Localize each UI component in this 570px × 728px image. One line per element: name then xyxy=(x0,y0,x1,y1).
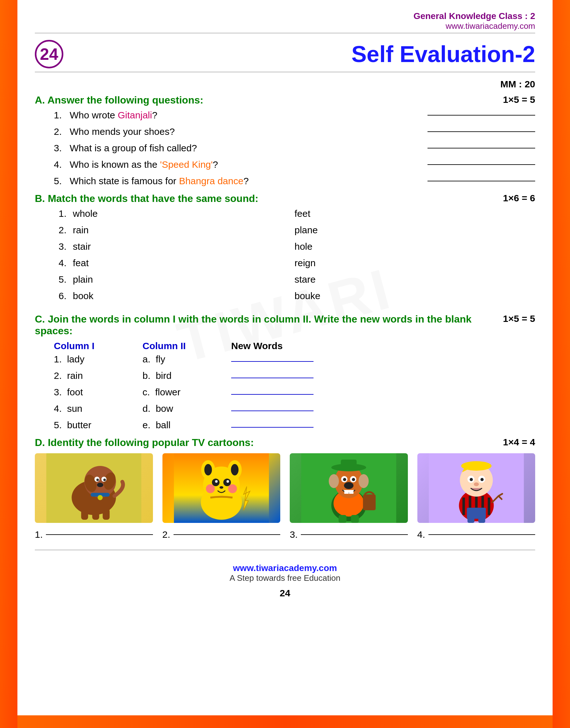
q5-num: 5. xyxy=(54,176,67,186)
svg-point-27 xyxy=(228,484,237,493)
answer-line-2 xyxy=(428,131,535,132)
divider xyxy=(35,72,535,72)
cartoon-labels: 1. 2. 3. 4. xyxy=(35,529,535,540)
left-border xyxy=(0,0,17,728)
svg-point-26 xyxy=(206,484,215,493)
footer-tagline: A Step towards free Education xyxy=(35,573,535,583)
cartoon-4 xyxy=(417,453,536,523)
cartoon-2 xyxy=(163,453,281,523)
svg-rect-12 xyxy=(81,507,88,520)
section-d-header: D. Identity the following popular TV car… xyxy=(35,437,535,449)
match-left-1: 1.whole xyxy=(54,208,294,219)
cartoon-3 xyxy=(290,453,408,523)
q1-text-after: ? xyxy=(152,110,158,120)
svg-point-24 xyxy=(215,480,218,483)
svg-point-63 xyxy=(474,482,479,486)
svg-rect-46 xyxy=(351,515,359,523)
match-container: 1.whole 2.rain 3.stair 4.feat 5.plain 6.… xyxy=(54,208,535,307)
new-word-line-5 xyxy=(231,427,313,428)
section-c-label: C. Join the words in column I with the w… xyxy=(35,313,503,337)
question-1: 1. Who wrote Gitanjali? xyxy=(54,110,535,121)
footer-website: www.tiwariacademy.com xyxy=(35,563,535,573)
svg-rect-47 xyxy=(363,495,375,510)
cartoons-container xyxy=(35,453,535,523)
svg-point-21 xyxy=(231,464,239,476)
cartoon-1 xyxy=(35,453,153,523)
col2-header: Column II xyxy=(142,340,231,351)
col-row-1: 1. lady a. fly xyxy=(54,354,535,365)
svg-rect-14 xyxy=(102,509,109,520)
svg-point-37 xyxy=(358,474,369,488)
q1-highlight: Gitanjali xyxy=(118,110,152,120)
match-right-4: reign xyxy=(294,258,535,268)
match-col-left: 1.whole 2.rain 3.stair 4.feat 5.plain 6.… xyxy=(54,208,294,307)
col1-header: Column I xyxy=(54,340,142,351)
section-a-questions: 1. Who wrote Gitanjali? 2. Who mends you… xyxy=(35,110,535,186)
section-a-marks: 1×5 = 5 xyxy=(503,94,535,105)
svg-point-25 xyxy=(226,480,229,483)
chapter-row: 24 Self Evaluation-2 xyxy=(35,40,535,68)
q4-text-before: Who is known as the xyxy=(70,159,160,170)
cartoon-label-4: 4. xyxy=(417,529,536,540)
footer-page-number: 24 xyxy=(35,588,535,599)
q1-text-before: Who wrote xyxy=(70,110,118,120)
section-b-marks: 1×6 = 6 xyxy=(503,193,535,203)
svg-rect-13 xyxy=(92,509,99,520)
section-a-label: A. Answer the following questions: xyxy=(35,94,203,106)
svg-rect-43 xyxy=(344,490,349,494)
header-website: www.tiwariacademy.com xyxy=(413,21,535,31)
match-right-3: hole xyxy=(294,241,535,252)
col-row-2: 2. rain b. bird xyxy=(54,370,535,381)
q3-text: What is a group of fish called? xyxy=(70,143,197,153)
svg-rect-35 xyxy=(341,460,356,469)
match-col-right: feet plane hole reign stare bouke xyxy=(294,208,535,307)
svg-rect-44 xyxy=(349,490,353,494)
section-a-header: A. Answer the following questions: 1×5 =… xyxy=(35,94,535,106)
answer-line-5 xyxy=(428,181,535,181)
cartoon-label-1: 1. xyxy=(35,529,153,540)
section-c-header: C. Join the words in column I with the w… xyxy=(35,313,535,337)
cartoon-label-3: 3. xyxy=(290,529,408,540)
q5-highlight: Bhangra dance xyxy=(179,176,244,186)
new-word-line-2 xyxy=(231,378,313,378)
svg-point-11 xyxy=(97,495,102,500)
question-5: 5. Which state is famous for Bhangra dan… xyxy=(54,176,535,186)
match-right-1: feet xyxy=(294,208,535,219)
section-b-label: B. Match the words that have the same so… xyxy=(35,193,258,204)
q4-highlight: 'Speed King' xyxy=(160,159,213,170)
col-row-5: 5. butter e. ball xyxy=(54,420,535,431)
svg-point-19 xyxy=(204,464,212,476)
match-left-4: 4.feat xyxy=(54,258,294,268)
col-row-3: 3. foot c. flower xyxy=(54,387,535,398)
match-right-2: plane xyxy=(294,225,535,235)
q4-text-after: ? xyxy=(213,159,218,170)
column-rows: 1. lady a. fly 2. rain b. bird 3. foot c… xyxy=(54,354,535,431)
svg-point-41 xyxy=(352,478,355,481)
question-2: 2. Who mends your shoes? xyxy=(54,126,535,137)
svg-rect-45 xyxy=(338,515,346,523)
svg-point-9 xyxy=(97,483,103,487)
match-left-6: 6.book xyxy=(54,290,294,301)
mm-score: MM : 20 xyxy=(35,79,535,90)
svg-point-7 xyxy=(96,479,99,481)
answer-line-1 xyxy=(428,115,535,115)
q5-text-before: Which state is famous for xyxy=(70,176,179,186)
answer-line-4 xyxy=(428,164,535,165)
svg-point-40 xyxy=(343,478,346,481)
q3-num: 3. xyxy=(54,143,67,153)
q4-num: 4. xyxy=(54,159,67,170)
q2-text: Who mends your shoes? xyxy=(70,126,175,137)
header-top: General Knowledge Class : 2 www.tiwariac… xyxy=(35,6,535,34)
svg-rect-64 xyxy=(468,517,474,523)
svg-point-42 xyxy=(344,482,353,489)
answer-line-3 xyxy=(428,148,535,148)
q2-num: 2. xyxy=(54,126,67,137)
svg-rect-65 xyxy=(478,517,485,523)
page-title: Self Evaluation-2 xyxy=(63,41,535,67)
section-d-label: D. Identity the following popular TV car… xyxy=(35,437,254,449)
new-word-line-3 xyxy=(231,394,313,395)
col-row-4: 4. sun d. bow xyxy=(54,403,535,414)
svg-point-62 xyxy=(480,478,484,481)
svg-point-28 xyxy=(220,486,223,489)
footer: www.tiwariacademy.com A Step towards fre… xyxy=(35,557,535,611)
